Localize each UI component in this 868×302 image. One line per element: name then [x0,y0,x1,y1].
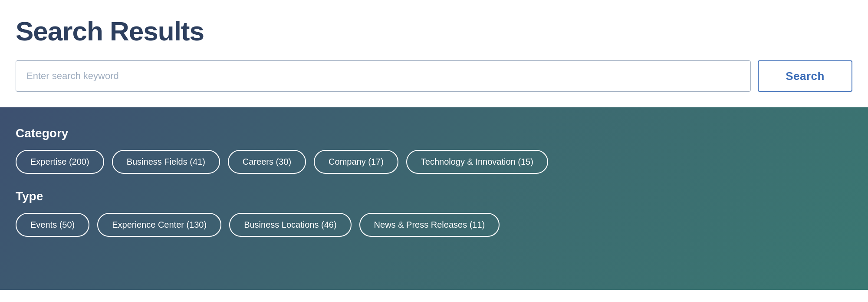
top-section: Search Results Search [0,0,868,107]
search-bar-row: Search [16,60,852,92]
category-chip-3[interactable]: Company (17) [314,150,398,174]
category-chips: Expertise (200)Business Fields (41)Caree… [16,150,852,174]
type-chip-2[interactable]: Business Locations (46) [229,213,351,237]
category-chip-0[interactable]: Expertise (200) [16,150,104,174]
category-chip-1[interactable]: Business Fields (41) [112,150,220,174]
category-chip-4[interactable]: Technology & Innovation (15) [406,150,548,174]
search-input[interactable] [16,60,751,92]
bottom-section: Category Expertise (200)Business Fields … [0,107,868,290]
type-chips: Events (50)Experience Center (130)Busine… [16,213,852,237]
category-chip-2[interactable]: Careers (30) [228,150,306,174]
search-button[interactable]: Search [758,60,852,92]
type-filter-group: Type Events (50)Experience Center (130)B… [16,189,852,237]
category-filter-group: Category Expertise (200)Business Fields … [16,126,852,174]
category-label: Category [16,126,852,140]
type-chip-0[interactable]: Events (50) [16,213,89,237]
type-chip-3[interactable]: News & Press Releases (11) [359,213,500,237]
type-chip-1[interactable]: Experience Center (130) [97,213,221,237]
page-title: Search Results [16,16,852,46]
type-label: Type [16,189,852,203]
